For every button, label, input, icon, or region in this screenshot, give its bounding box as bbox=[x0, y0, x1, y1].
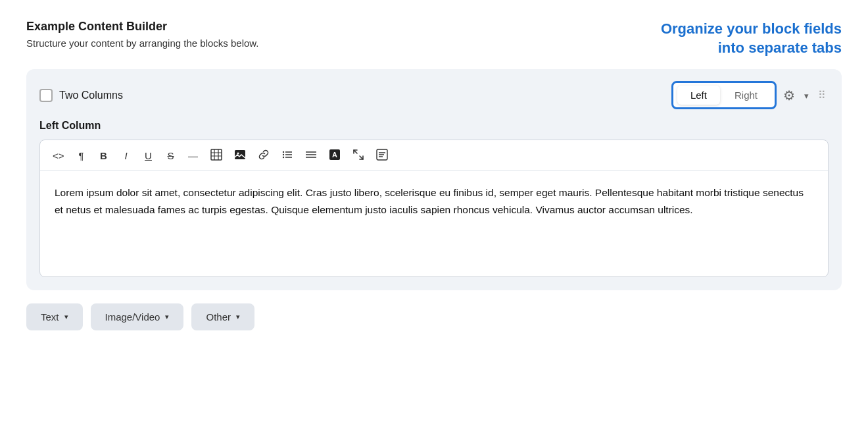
editor-wrapper: <> ¶ B I U S — bbox=[39, 140, 829, 277]
tab-left[interactable]: Left bbox=[677, 86, 720, 105]
card-header-right: Left Right ⠿ bbox=[671, 81, 829, 109]
text-chevron-icon: ▾ bbox=[64, 313, 68, 321]
paragraph-button[interactable]: ¶ bbox=[72, 147, 91, 164]
builder-card: Two Columns Left Right ⠿ Left Column <> … bbox=[26, 69, 842, 290]
page-subtitle: Structure your content by arranging the … bbox=[26, 38, 259, 49]
svg-point-7 bbox=[282, 151, 283, 153]
font-color-button[interactable]: A bbox=[324, 145, 345, 165]
add-image-video-button[interactable]: Image/Video ▾ bbox=[91, 303, 184, 330]
underline-button[interactable]: U bbox=[139, 147, 158, 164]
add-other-label: Other bbox=[206, 311, 231, 323]
card-title: Two Columns bbox=[59, 90, 123, 101]
fullscreen-button[interactable] bbox=[348, 145, 369, 165]
editor-content[interactable]: Lorem ipsum dolor sit amet, consectetur … bbox=[40, 171, 828, 276]
svg-point-9 bbox=[282, 157, 283, 158]
chevron-down-icon bbox=[804, 90, 809, 101]
two-columns-checkbox[interactable] bbox=[39, 89, 53, 102]
ordered-list-button[interactable] bbox=[301, 145, 322, 165]
svg-rect-5 bbox=[235, 150, 245, 159]
add-text-button[interactable]: Text ▾ bbox=[26, 303, 83, 330]
image-video-chevron-icon: ▾ bbox=[165, 313, 169, 321]
top-section: Example Content Builder Structure your c… bbox=[26, 20, 842, 57]
editor-toolbar: <> ¶ B I U S — bbox=[40, 140, 828, 171]
image-button[interactable] bbox=[229, 145, 251, 165]
add-text-label: Text bbox=[41, 311, 59, 323]
tab-right[interactable]: Right bbox=[721, 86, 771, 105]
collapse-button[interactable] bbox=[802, 88, 811, 103]
source-button[interactable] bbox=[372, 145, 393, 165]
svg-point-8 bbox=[282, 154, 283, 155]
link-button[interactable] bbox=[253, 145, 274, 165]
callout-text: Organize your block fields into separate… bbox=[661, 20, 842, 57]
settings-button[interactable] bbox=[781, 85, 798, 106]
card-header-left: Two Columns bbox=[39, 89, 123, 102]
section-label: Left Column bbox=[39, 120, 829, 132]
tabs-container: Left Right bbox=[671, 81, 777, 109]
gear-icon bbox=[783, 88, 795, 103]
svg-rect-0 bbox=[211, 149, 222, 160]
page-title-block: Example Content Builder Structure your c… bbox=[26, 20, 259, 49]
add-image-video-label: Image/Video bbox=[105, 311, 160, 323]
page-title: Example Content Builder bbox=[26, 20, 259, 34]
table-button[interactable] bbox=[206, 145, 227, 165]
horizontal-rule-button[interactable]: — bbox=[183, 147, 203, 164]
other-chevron-icon: ▾ bbox=[236, 313, 240, 321]
svg-text:A: A bbox=[332, 151, 337, 159]
drag-icon: ⠿ bbox=[818, 90, 826, 101]
drag-handle-button[interactable]: ⠿ bbox=[815, 86, 829, 104]
strikethrough-button[interactable]: S bbox=[161, 147, 181, 164]
bold-button[interactable]: B bbox=[94, 147, 114, 164]
code-button[interactable]: <> bbox=[48, 147, 69, 164]
add-buttons-row: Text ▾ Image/Video ▾ Other ▾ bbox=[26, 303, 842, 330]
add-other-button[interactable]: Other ▾ bbox=[191, 303, 254, 330]
italic-button[interactable]: I bbox=[116, 147, 136, 164]
card-header: Two Columns Left Right ⠿ bbox=[39, 81, 829, 109]
unordered-list-button[interactable] bbox=[277, 145, 298, 165]
